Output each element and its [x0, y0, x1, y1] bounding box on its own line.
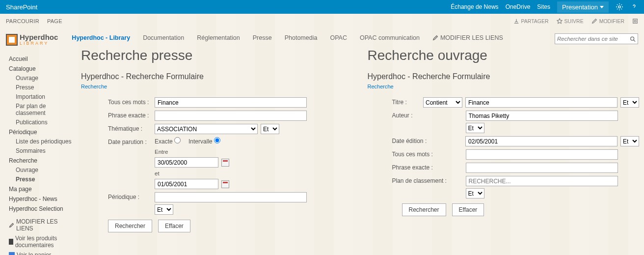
topnav-edit-links[interactable]: MODIFIER LES LIENS — [432, 34, 503, 41]
nav-catalogue-importation[interactable]: Importation — [16, 93, 76, 100]
nav-catalogue-presse[interactable]: Presse — [16, 84, 76, 91]
nav-produits[interactable]: Voir les produits documentaires — [9, 235, 76, 249]
ouvrage-title: Recherche ouvrage — [368, 48, 640, 63]
ouvrage-label-tous: Tous ces mots : — [368, 149, 466, 158]
ouvrage-select-plan-op[interactable]: Et — [466, 188, 484, 198]
press-label-phrase: Phrase exacte : — [81, 111, 155, 119]
nav-periodique-sommaires[interactable]: Sommaires — [16, 147, 76, 154]
press-radio-exacte[interactable] — [174, 137, 181, 143]
press-search-button[interactable]: Rechercher — [108, 220, 152, 232]
ouvrage-input-edition[interactable] — [465, 136, 617, 146]
suite-link-onedrive[interactable]: OneDrive — [506, 3, 531, 10]
svg-point-2 — [631, 37, 634, 40]
action-focus[interactable] — [632, 18, 638, 24]
nav-recherche-presse[interactable]: Presse — [16, 176, 76, 183]
calendar-icon[interactable] — [221, 159, 229, 167]
press-clear-button[interactable]: Effacer — [158, 220, 190, 232]
ouvrage-clear-button[interactable]: Effacer — [452, 203, 484, 216]
nav-panier[interactable]: Voir le panier — [9, 252, 76, 255]
press-date-between: Entre — [155, 149, 168, 155]
press-radio-intervalle-wrap[interactable]: Intervalle — [188, 137, 220, 145]
press-select-periodique-op[interactable]: Et — [155, 204, 173, 215]
press-input-phrase[interactable] — [155, 111, 307, 121]
press-select-thematique[interactable]: ASSOCIATION — [155, 124, 258, 134]
nav-recherche-ouvrage[interactable]: Ouvrage — [16, 167, 76, 173]
ouvrage-input-tous[interactable] — [466, 149, 618, 160]
nav-selection[interactable]: Hyperdhoc Selection — [9, 205, 76, 212]
svg-rect-1 — [633, 19, 638, 24]
ribbon-tab-page[interactable]: PAGE — [47, 18, 62, 24]
action-modifier[interactable]: MODIFIER — [591, 18, 624, 24]
ouvrage-search-button[interactable]: Rechercher — [402, 203, 446, 216]
press-date-to[interactable] — [155, 179, 218, 189]
action-suivre[interactable]: SUIVRE — [557, 18, 584, 24]
topnav-presse[interactable]: Presse — [253, 34, 272, 41]
ouvrage-input-titre[interactable] — [465, 97, 617, 108]
ouvrage-input-phrase[interactable] — [466, 163, 618, 173]
ouvrage-breadcrumb[interactable]: Recherche — [368, 84, 394, 89]
suite-link-echange[interactable]: Échange de News — [451, 3, 498, 10]
nav-mapage[interactable]: Ma page — [9, 186, 76, 193]
ouvrage-label-plan: Plan de classement : — [368, 176, 466, 184]
nav-catalogue[interactable]: Catalogue — [9, 65, 76, 72]
nav-periodique[interactable]: Périodique — [9, 129, 76, 136]
cart-icon — [9, 252, 15, 255]
action-modifier-label: MODIFIER — [599, 18, 624, 24]
topnav-documentation[interactable]: Documentation — [143, 34, 184, 41]
help-icon[interactable] — [630, 3, 638, 11]
calendar-icon[interactable] — [221, 180, 229, 188]
suite-link-sites[interactable]: Sites — [537, 3, 550, 10]
search-icon — [630, 36, 636, 42]
search-input[interactable] — [557, 36, 630, 42]
action-partager-label: PARTAGER — [521, 18, 549, 24]
ouvrage-label-titre: Titre : — [368, 97, 424, 106]
ribbon-tab-browse[interactable]: PARCOURIR — [6, 18, 39, 24]
press-title: Recherche presse — [81, 48, 353, 63]
ouvrage-select-titre-op[interactable]: Contient — [423, 97, 462, 108]
nav-catalogue-plan[interactable]: Par plan de classement — [16, 103, 76, 116]
nav-recherche[interactable]: Recherche — [9, 157, 76, 164]
topnav-hyperdhoc-library[interactable]: Hyperdhoc - Library — [72, 34, 130, 41]
press-label-date: Date parution : — [81, 137, 155, 145]
press-input-periodique[interactable] — [155, 192, 307, 202]
ouvrage-input-plan[interactable] — [466, 176, 618, 186]
presentation-menu[interactable]: Presentation — [557, 1, 609, 13]
topnav-photomedia[interactable]: Photomedia — [285, 34, 318, 41]
site-logo[interactable]: Hyperdhoc LIBRARY — [6, 33, 58, 46]
nav-periodique-liste[interactable]: Liste des périodiques — [16, 138, 76, 145]
topnav-opac-comm[interactable]: OPAC communication — [360, 34, 420, 41]
logo-subtext: LIBRARY — [20, 41, 58, 46]
svg-point-0 — [618, 6, 620, 8]
suite-brand: SharePoint — [6, 3, 37, 11]
nav-accueil[interactable]: Accueil — [9, 56, 76, 62]
site-search[interactable] — [555, 33, 638, 44]
presentation-label: Presentation — [562, 3, 598, 11]
ouvrage-select-titre-op2[interactable]: Et — [620, 97, 639, 108]
nav-edit-links[interactable]: MODIFIER LES LIENS — [9, 218, 76, 232]
press-date-from[interactable] — [155, 157, 218, 168]
topnav-opac[interactable]: OPAC — [330, 34, 347, 41]
nav-panier-label: Voir le panier — [17, 252, 51, 255]
chevron-down-icon — [600, 6, 604, 8]
nav-catalogue-publications[interactable]: Publications — [16, 119, 76, 126]
ouvrage-input-auteur[interactable] — [466, 111, 618, 121]
press-input-tous[interactable] — [155, 97, 307, 108]
action-partager[interactable]: PARTAGER — [513, 18, 549, 24]
press-radio-intervalle-label: Intervalle — [188, 138, 213, 145]
press-label-periodique: Périodique : — [81, 192, 155, 200]
press-breadcrumb[interactable]: Recherche — [81, 84, 107, 89]
action-suivre-label: SUIVRE — [564, 18, 584, 24]
ouvrage-select-edition-op[interactable]: Et — [620, 136, 639, 146]
nav-edit-label: MODIFIER LES LIENS — [16, 218, 76, 232]
press-radio-exacte-wrap[interactable]: Exacte — [155, 137, 181, 145]
topnav-reglementation[interactable]: Réglementation — [197, 34, 240, 41]
ouvrage-label-phrase: Phrase exacte : — [368, 163, 466, 171]
gear-icon[interactable] — [616, 3, 623, 11]
ouvrage-subtitle: Hyperdhoc - Recherche Formulaire — [368, 72, 640, 81]
nav-catalogue-ouvrage[interactable]: Ouvrage — [16, 75, 76, 82]
press-radio-intervalle[interactable] — [214, 137, 220, 143]
nav-news[interactable]: Hyperdhoc - News — [9, 196, 76, 202]
nav-produits-label: Voir les produits documentaires — [15, 235, 76, 249]
press-select-thematique-op[interactable]: Et — [261, 124, 279, 134]
ouvrage-select-auteur-op[interactable]: Et — [466, 123, 484, 133]
